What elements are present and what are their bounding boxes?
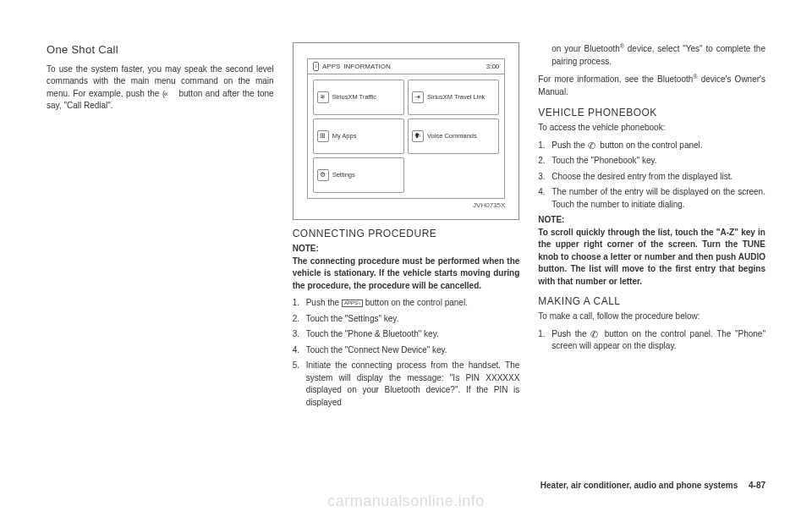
voice-commands-icon: 🗣 bbox=[412, 130, 424, 142]
cell-settings: ⚙ Settings bbox=[313, 157, 404, 193]
step-number: 4. bbox=[293, 344, 306, 357]
step-number: 3. bbox=[538, 171, 551, 184]
connecting-note-body: The connecting procedure must be perform… bbox=[293, 256, 520, 293]
step-text: Touch the "Settings" key. bbox=[306, 313, 520, 326]
note-label: NOTE: bbox=[538, 214, 765, 227]
step-text: Touch the "Connect New Device" key. bbox=[306, 344, 520, 357]
footer-page-number: 4-87 bbox=[749, 481, 765, 490]
phonebook-steps: 1. Push the button on the control panel.… bbox=[538, 140, 765, 212]
heading-making-a-call: MAKING A CALL bbox=[538, 294, 765, 309]
screen-header: i APPS INFORMATION 3:00 bbox=[308, 59, 505, 74]
list-item: 1. Push the button on the control panel. bbox=[538, 140, 765, 152]
cell-empty bbox=[408, 157, 499, 193]
text-fragment: Push the bbox=[551, 329, 590, 338]
step-number: 1. bbox=[538, 140, 551, 152]
cell-label: Settings bbox=[332, 172, 355, 179]
text-fragment: on your Bluetooth bbox=[551, 44, 619, 53]
list-item: 3. Choose the desired entry from the dis… bbox=[538, 171, 765, 184]
scroll-note-body: To scroll quickly through the list, touc… bbox=[538, 227, 765, 289]
info-badge-icon: i bbox=[313, 62, 319, 71]
step-text: Touch the "Phone & Bluetooth" key. bbox=[306, 328, 520, 341]
column-3: on your Bluetooth® device, select "Yes" … bbox=[538, 42, 765, 353]
heading-one-shot-call: One Shot Call bbox=[47, 42, 274, 58]
list-item: 2. Touch the "Phonebook" key. bbox=[538, 155, 765, 168]
cell-siriusxm-travel: ⇥ SiriusXM Travel Link bbox=[408, 80, 499, 115]
text-fragment: For more information, see the Bluetooth bbox=[538, 75, 693, 85]
page-content: One Shot Call To use the system faster, … bbox=[0, 0, 812, 474]
step-text: The number of the entry will be displaye… bbox=[551, 186, 765, 211]
note-label: NOTE: bbox=[293, 243, 520, 256]
screen-outline: i APPS INFORMATION 3:00 ≋ SiriusXM Traff… bbox=[307, 58, 506, 199]
cell-label: My Apps bbox=[332, 133, 357, 140]
cell-siriusxm-traffic: ≋ SiriusXM Traffic bbox=[313, 80, 404, 115]
heading-connecting-procedure: CONNECTING PROCEDURE bbox=[293, 227, 520, 241]
step-number: 5. bbox=[293, 360, 306, 409]
step-text: Choose the desired entry from the displa… bbox=[551, 171, 765, 184]
list-item: 5. Initiate the connecting process from … bbox=[293, 360, 520, 409]
one-shot-call-paragraph: To use the system faster, you may speak … bbox=[47, 63, 274, 113]
connecting-steps: 1. Push the APPS·i button on the control… bbox=[293, 297, 520, 409]
footer-section: Heater, air conditioner, audio and phone… bbox=[540, 481, 738, 490]
phone-button-icon bbox=[588, 141, 598, 150]
cell-label: SiriusXM Travel Link bbox=[427, 94, 485, 101]
text-fragment: button on the control panel. bbox=[365, 298, 468, 307]
cell-label: SiriusXM Traffic bbox=[332, 94, 376, 101]
step-number: 2. bbox=[293, 313, 306, 326]
step-text: Push the button on the control panel. bbox=[551, 140, 765, 152]
settings-gear-icon: ⚙ bbox=[317, 169, 329, 181]
column-2: i APPS INFORMATION 3:00 ≋ SiriusXM Traff… bbox=[293, 42, 520, 409]
step-number: 1. bbox=[538, 328, 551, 353]
page-footer: Heater, air conditioner, audio and phone… bbox=[540, 481, 765, 490]
step-text: Touch the "Phonebook" key. bbox=[551, 155, 765, 168]
cell-label: Voice Commands bbox=[427, 133, 477, 140]
bluetooth-continuation: on your Bluetooth® device, select "Yes" … bbox=[538, 42, 765, 68]
travel-link-icon: ⇥ bbox=[412, 91, 424, 103]
phone-button-icon bbox=[590, 330, 601, 338]
list-item: 4. The number of the entry will be displ… bbox=[538, 186, 765, 211]
step-text: Push the APPS·i button on the control pa… bbox=[306, 297, 520, 310]
screen-header-left: i APPS INFORMATION bbox=[313, 62, 391, 72]
step-text: Push the button on the control panel. Th… bbox=[551, 328, 765, 353]
more-info-paragraph: For more information, see the Bluetooth®… bbox=[538, 73, 765, 98]
list-item: 2. Touch the "Settings" key. bbox=[293, 313, 520, 326]
cell-my-apps: ⊞ My Apps bbox=[313, 118, 404, 154]
phonebook-intro: To access the vehicle phonebook: bbox=[538, 122, 765, 135]
making-call-steps: 1. Push the button on the control panel.… bbox=[538, 328, 765, 353]
step-text: Initiate the connecting process from the… bbox=[306, 360, 520, 409]
screen-header-info: INFORMATION bbox=[343, 62, 390, 72]
step-number: 1. bbox=[293, 297, 306, 310]
text-fragment: button on the control panel. bbox=[600, 140, 702, 150]
watermark: carmanualsonline.info bbox=[0, 492, 812, 510]
text-fragment: Push the bbox=[551, 140, 587, 150]
screen-header-apps: APPS bbox=[322, 62, 340, 72]
list-item: 3. Touch the "Phone & Bluetooth" key. bbox=[293, 328, 520, 341]
screen-header-time: 3:00 bbox=[486, 62, 500, 72]
apps-button-icon: APPS·i bbox=[342, 300, 363, 307]
list-item: 4. Touch the "Connect New Device" key. bbox=[293, 344, 520, 357]
traffic-icon: ≋ bbox=[317, 91, 329, 103]
screen-grid: ≋ SiriusXM Traffic ⇥ SiriusXM Travel Lin… bbox=[308, 74, 505, 198]
voice-button-icon bbox=[162, 90, 176, 98]
step-number: 3. bbox=[293, 328, 306, 341]
step-number: 4. bbox=[538, 186, 551, 211]
list-item: 1. Push the APPS·i button on the control… bbox=[293, 297, 520, 310]
cell-voice-commands: 🗣 Voice Commands bbox=[408, 118, 499, 154]
figure-id: JVH0735X bbox=[307, 201, 506, 211]
section-one-shot-call: One Shot Call To use the system faster, … bbox=[47, 42, 274, 113]
list-item: 1. Push the button on the control panel.… bbox=[538, 328, 765, 353]
screen-figure: i APPS INFORMATION 3:00 ≋ SiriusXM Traff… bbox=[293, 42, 520, 220]
heading-vehicle-phonebook: VEHICLE PHONEBOOK bbox=[538, 106, 765, 120]
apps-grid-icon: ⊞ bbox=[317, 130, 329, 142]
text-fragment: Push the bbox=[306, 298, 342, 307]
making-call-intro: To make a call, follow the procedure bel… bbox=[538, 311, 765, 323]
step-number: 2. bbox=[538, 155, 551, 168]
